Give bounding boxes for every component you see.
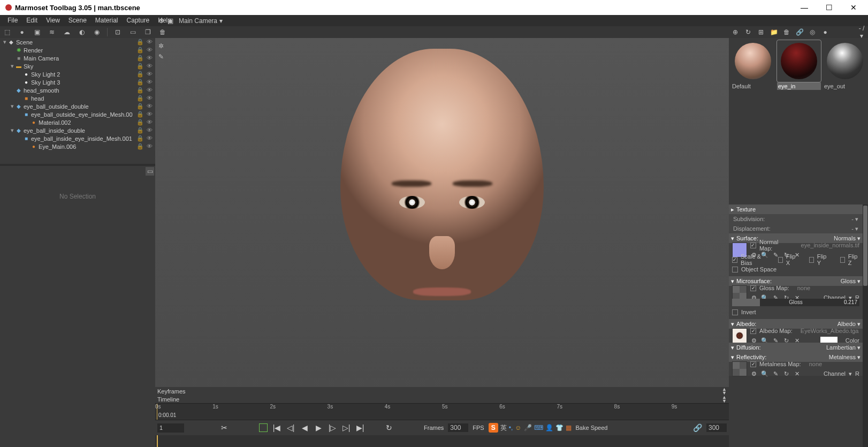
sogou-icon[interactable]: S bbox=[489, 423, 498, 433]
hierarchy-item-render[interactable]: ✺ Render 🔒👁 bbox=[0, 46, 155, 54]
step-forward-icon[interactable]: |▷ bbox=[328, 423, 337, 432]
subdivision-row[interactable]: Subdivision:- ▾ bbox=[729, 214, 863, 224]
lock-icon[interactable]: 🔒 bbox=[136, 103, 144, 110]
hierarchy-item-eye-ball-outside-eye-inside-mesh-00[interactable]: ■ eye_ball_outside_eye_inside_Mesh.00 🔒👁 bbox=[0, 110, 155, 118]
gloss-slider[interactable]: Gloss0.217 bbox=[732, 298, 859, 307]
lock-icon[interactable]: 🔒 bbox=[136, 87, 144, 94]
visibility-icon[interactable]: 👁 bbox=[146, 55, 153, 62]
tool-fog-icon[interactable]: ≋ bbox=[47, 27, 57, 37]
visibility-icon[interactable]: 👁 bbox=[146, 111, 153, 118]
skip-start-icon[interactable]: |◀ bbox=[272, 423, 281, 432]
sphere-preview-icon[interactable]: ● bbox=[821, 28, 829, 36]
visibility-icon[interactable]: 👁 bbox=[146, 71, 153, 78]
hierarchy-item-eye-main-006[interactable]: ● Eye_Main.006 🔒👁 bbox=[0, 142, 155, 150]
frames-value[interactable]: 300 bbox=[448, 423, 468, 432]
hierarchy-item-main-camera[interactable]: ■ Main Camera 🔒👁 bbox=[0, 54, 155, 62]
gear-icon[interactable]: ⚙ bbox=[158, 17, 164, 25]
hierarchy-item-eye-ball-outside-double[interactable]: ▾ ◆ eye_ball_outside_double 🔒👁 bbox=[0, 102, 155, 110]
menu-item-edit[interactable]: Edit bbox=[22, 15, 42, 26]
current-frame-input[interactable] bbox=[157, 423, 184, 433]
grid-icon[interactable]: ⊞ bbox=[757, 28, 765, 36]
visibility-icon[interactable]: 👁 bbox=[146, 127, 153, 134]
metal-gear-icon[interactable]: ⚙ bbox=[750, 370, 758, 377]
cut-icon[interactable]: ✂ bbox=[219, 423, 229, 432]
tool-turntable-icon[interactable]: ◉ bbox=[92, 27, 102, 37]
ime-lang[interactable]: 英 bbox=[500, 423, 507, 433]
ime-emoji-icon[interactable]: ☺ bbox=[515, 424, 521, 431]
play-icon[interactable]: ▶ bbox=[314, 423, 323, 432]
visibility-icon[interactable]: 👁 bbox=[146, 79, 153, 86]
material-menu-icon[interactable]: - / ▾ bbox=[857, 25, 866, 40]
tool-bulb-icon[interactable]: ● bbox=[17, 27, 27, 37]
ime-mic-icon[interactable]: 🎤 bbox=[524, 424, 532, 431]
viewport-gear-icon[interactable]: ✲ bbox=[158, 42, 164, 50]
menu-item-scene[interactable]: Scene bbox=[64, 15, 91, 26]
loop-icon[interactable]: ↻ bbox=[384, 423, 394, 432]
metalness-map-swatch[interactable] bbox=[732, 361, 747, 376]
ime-person-icon[interactable]: 👤 bbox=[545, 424, 553, 431]
visibility-icon[interactable]: 👁 bbox=[146, 47, 153, 54]
displacement-row[interactable]: Displacement:- ▾ bbox=[729, 224, 863, 233]
visibility-icon[interactable]: 👁 bbox=[146, 143, 153, 150]
visibility-icon[interactable]: 👁 bbox=[146, 135, 153, 142]
timeline-collapse-icon[interactable]: ▲▼ bbox=[722, 396, 727, 403]
hierarchy-item-head[interactable]: ■ head 🔒👁 bbox=[0, 94, 155, 102]
delete-material-icon[interactable]: 🗑 bbox=[782, 28, 791, 36]
invert-checkbox[interactable] bbox=[732, 309, 738, 315]
ime-keyboard-icon[interactable]: ⌨ bbox=[534, 424, 543, 431]
ime-shirt-icon[interactable]: 👕 bbox=[555, 424, 564, 431]
keyframes-collapse-icon[interactable]: ▲▼ bbox=[722, 388, 727, 395]
hierarchy-item-material-002[interactable]: ● Material.002 🔒👁 bbox=[0, 118, 155, 126]
visibility-icon[interactable]: 👁 bbox=[146, 103, 153, 110]
lock-icon[interactable]: 🔒 bbox=[136, 39, 144, 46]
add-material-icon[interactable]: ⊕ bbox=[731, 28, 740, 36]
visibility-icon[interactable]: 👁 bbox=[146, 63, 153, 70]
tool-cloud-icon[interactable]: ☁ bbox=[62, 27, 72, 37]
track-playhead[interactable] bbox=[157, 435, 158, 447]
viewport-pin-icon[interactable]: ✎ bbox=[158, 53, 164, 60]
object-space-checkbox[interactable] bbox=[732, 267, 738, 272]
bake-value[interactable]: 300 bbox=[706, 423, 727, 432]
highlight-icon[interactable]: ◎ bbox=[808, 28, 817, 36]
lock-icon[interactable]: 🔒 bbox=[136, 127, 144, 134]
hierarchy-item-sky-light-3[interactable]: ● Sky Light 3 🔒👁 bbox=[0, 78, 155, 86]
lock-icon[interactable]: 🔒 bbox=[136, 135, 144, 142]
flipx-checkbox[interactable] bbox=[778, 257, 783, 263]
material-thumb-default[interactable]: Default bbox=[731, 40, 775, 90]
albedo-map-swatch[interactable] bbox=[732, 328, 747, 343]
link-material-icon[interactable]: 🔗 bbox=[795, 28, 804, 36]
menu-item-file[interactable]: File bbox=[3, 15, 22, 26]
hierarchy-item-eye-ball-inside-double[interactable]: ▾ ◆ eye_ball_inside_double 🔒👁 bbox=[0, 126, 155, 134]
selection-collapse-button[interactable]: ▭ bbox=[146, 167, 154, 176]
scale-bias-checkbox[interactable] bbox=[732, 257, 737, 263]
lock-icon[interactable]: 🔒 bbox=[136, 119, 144, 126]
record-button[interactable] bbox=[259, 423, 268, 432]
albedo-map-checkbox[interactable] bbox=[750, 328, 756, 334]
skip-end-icon[interactable]: ▶| bbox=[355, 423, 365, 432]
visibility-icon[interactable]: 👁 bbox=[146, 95, 153, 102]
menu-item-capture[interactable]: Capture bbox=[123, 15, 154, 26]
tool-shadow-icon[interactable]: ◐ bbox=[77, 27, 87, 37]
step-back-icon[interactable]: ◁| bbox=[286, 423, 295, 432]
metal-search-icon[interactable]: 🔍 bbox=[761, 370, 768, 377]
lock-icon[interactable]: 🔒 bbox=[136, 111, 144, 118]
viewport-canvas[interactable]: ✲ ✎ bbox=[155, 38, 729, 387]
material-thumb-eye_in[interactable]: eye_in bbox=[777, 40, 821, 90]
window-maximize-button[interactable]: ☐ bbox=[817, 0, 841, 15]
tool-link-icon[interactable]: ▭ bbox=[128, 27, 138, 37]
timeline-ruler[interactable]: 0:00.01 0s1s2s3s4s5s6s7s8s9s bbox=[155, 403, 729, 420]
lock-icon[interactable]: 🔒 bbox=[136, 71, 144, 78]
visibility-icon[interactable]: 👁 bbox=[146, 87, 153, 94]
lock-icon[interactable]: 🔒 bbox=[136, 47, 144, 54]
visibility-icon[interactable]: 👁 bbox=[146, 119, 153, 126]
lock-icon[interactable]: 🔒 bbox=[136, 63, 144, 70]
tool-group-icon[interactable]: ⊡ bbox=[113, 27, 123, 37]
play-back-icon[interactable]: ◀ bbox=[300, 423, 309, 432]
tool-duplicate-icon[interactable]: ❐ bbox=[143, 27, 153, 37]
camera-dropdown[interactable]: Main Camera ▾ bbox=[176, 17, 226, 25]
metal-reload-icon[interactable]: ↻ bbox=[782, 370, 790, 377]
gloss-map-swatch[interactable] bbox=[732, 285, 747, 300]
diffusion-header[interactable]: ▾Diffusion:Lambertian ▾ bbox=[729, 343, 863, 352]
tool-delete-icon[interactable]: 🗑 bbox=[158, 27, 167, 37]
ime-grid-icon[interactable]: ▦ bbox=[566, 424, 572, 431]
